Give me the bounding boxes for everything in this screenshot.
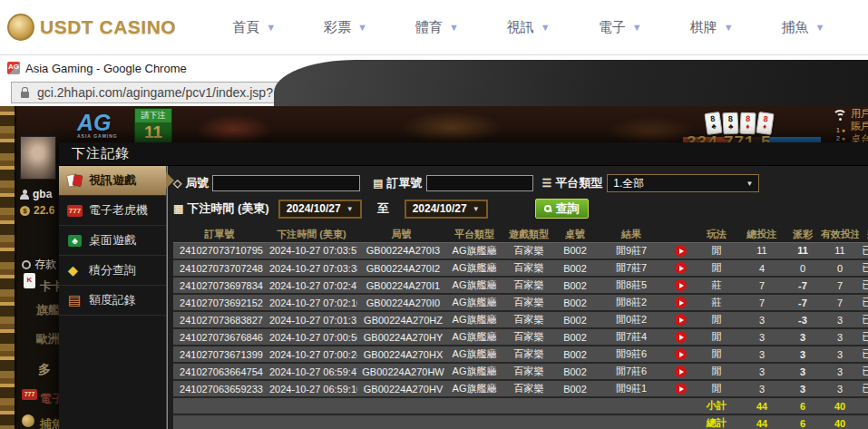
sidebar-item-table-games[interactable]: 桌面遊戲 [59, 226, 166, 256]
column-header: 遊戲類型 [503, 228, 554, 242]
caret-down-icon: ▼ [473, 205, 480, 213]
column-header: 結果 [596, 228, 667, 242]
site-nav-item[interactable]: 體育 ▼ [415, 19, 459, 36]
coin-logo-icon [7, 14, 34, 41]
replay-icon[interactable] [675, 348, 687, 360]
date-to-select[interactable]: 2024/10/27 ▼ [405, 200, 488, 219]
dealt-cards: 8♣ 8♣ 8♦ 8♦ [706, 112, 773, 134]
round-no-input[interactable] [212, 175, 360, 191]
site-logo[interactable]: USDT CASINO [7, 14, 176, 41]
column-header: 總投注 [739, 228, 785, 242]
table-row: 2410270636647542024-10-27 06:59:47GB0022… [173, 363, 868, 380]
column-header: 訂單號 [173, 228, 266, 242]
table-row: 2410270636592332024-10-27 06:59:16GB0022… [173, 380, 868, 397]
column-header: 有效投注額 [821, 228, 859, 242]
calendar-icon: ▦ [173, 202, 183, 215]
bet-records-modal: 下注記錄 視訊遊戲 電子老虎機 桌面遊戲 積分查詢 額度記錄 ◇ 局號 [59, 142, 868, 429]
site-nav-item[interactable]: 捕魚 ▼ [782, 19, 825, 36]
search-button[interactable]: 查詢 [535, 199, 589, 219]
user-balance-row: $ 22.6 [20, 204, 54, 217]
points-query-icon [67, 264, 83, 278]
platform-type-label: ☰ 平台類型 [542, 175, 603, 191]
countdown-value: 11 [135, 122, 171, 142]
user-avatar [20, 136, 56, 180]
bet-countdown: 請下注 11 [134, 108, 172, 144]
replay-icon[interactable] [675, 331, 687, 343]
user-name-row: gba [20, 188, 52, 200]
replay-icon[interactable] [675, 366, 687, 377]
lock-icon [21, 92, 29, 98]
table-games-icon [67, 234, 83, 248]
credit-record-icon [67, 294, 83, 307]
chevron-down-icon: ▼ [632, 22, 642, 33]
background-banner [274, 60, 868, 106]
clipboard-icon: ▤ [373, 177, 383, 190]
replay-icon[interactable] [675, 245, 687, 257]
replay-icon[interactable] [675, 314, 687, 326]
date-from-select[interactable]: 2024/10/27 ▼ [278, 200, 362, 219]
caret-down-icon: ▼ [746, 180, 753, 188]
sidebar-item-points-query[interactable]: 積分查詢 [59, 256, 166, 286]
round-no-label: ◇ 局號 [173, 175, 209, 191]
deposit-button[interactable]: 存款 [22, 257, 56, 272]
bet-table-body: 2410270737107952024-10-27 07:03:57GB0022… [173, 242, 868, 429]
site-nav-item[interactable]: 電子 ▼ [599, 19, 642, 36]
list-icon: ☰ [542, 177, 552, 190]
playing-card: 8♦ [739, 112, 756, 135]
column-header: 平台類型 [445, 228, 503, 242]
platform-type-select[interactable]: 1.全部 ▼ [607, 174, 759, 192]
site-nav-items: 首頁 ▼ 彩票 ▼ 體育 ▼ 視訊 ▼ 電子 ▼ 棋牌 ▼ 捕魚 ▼ [232, 19, 824, 36]
to-label: 至 [377, 200, 389, 217]
slot-machine-icon [67, 204, 83, 218]
sidebar-item-slot-machine[interactable]: 電子老虎機 [59, 196, 166, 226]
replay-icon[interactable] [675, 279, 687, 291]
site-top-nav: USDT CASINO 首頁 ▼ 彩票 ▼ 體育 ▼ 視訊 ▼ 電子 ▼ 棋牌 … [0, 0, 868, 55]
fishing-icon [22, 414, 34, 427]
replay-icon[interactable] [675, 262, 687, 274]
sidebar-item-video-games[interactable]: 視訊遊戲 [59, 166, 166, 196]
modal-sidebar: 視訊遊戲 電子老虎機 桌面遊戲 積分查詢 額度記錄 [59, 166, 167, 429]
order-no-input[interactable] [426, 175, 533, 191]
column-header [667, 228, 694, 242]
site-nav-item[interactable]: 視訊 ▼ [507, 19, 551, 36]
modal-header: 下注記錄 [59, 142, 868, 166]
table-row: 2410270736921522024-10-27 07:02:16GB0022… [173, 294, 868, 311]
replay-icon[interactable] [675, 297, 687, 308]
user-name: gba [33, 188, 52, 200]
tag-icon: ◇ [173, 177, 181, 190]
filter-row-ids: ◇ 局號 ▤ 訂單號 ☰ 平台類型 1.全部 ▼ [173, 172, 868, 194]
menu-multi[interactable]: 多 [38, 362, 51, 378]
lobby-status-labels: 用戶 賬戶 桌台 [851, 107, 868, 145]
column-header: 狀態 [859, 228, 868, 242]
caret-down-icon: ▼ [346, 205, 354, 213]
sidebar-item-credit-record[interactable]: 額度記錄 [59, 286, 166, 316]
replay-icon[interactable] [675, 383, 687, 395]
table-row: 2410270736713992024-10-27 07:00:24GB0022… [173, 346, 868, 363]
page-url: gci.2hhapi.com/agingame/pcv1/index.jsp? [37, 85, 273, 100]
grand-total-row: 總計44640 [173, 414, 868, 429]
order-no-label: ▤ 訂單號 [373, 175, 422, 191]
site-nav-item[interactable]: 彩票 ▼ [324, 19, 367, 36]
chevron-down-icon: ▼ [266, 22, 276, 33]
site-nav-item[interactable]: 首頁 ▼ [232, 19, 276, 36]
label-account: 賬戶 [851, 120, 868, 132]
modal-title: 下注記錄 [72, 145, 130, 162]
magnifier-icon [544, 205, 551, 212]
ag-logo: AG ASIA GAMING [77, 112, 118, 139]
bet-time-label: ▦ 下注時間 (美東) [173, 200, 269, 217]
wifi-icon [833, 110, 849, 123]
screen: USDT CASINO 首頁 ▼ 彩票 ▼ 體育 ▼ 視訊 ▼ 電子 ▼ 棋牌 … [0, 0, 868, 429]
bet-prompt: 請下注 [135, 109, 171, 122]
site-nav-item[interactable]: 棋牌 ▼ [690, 19, 734, 36]
coin-icon: $ [20, 206, 30, 216]
label-user: 用戶 [851, 107, 868, 120]
bet-table: 訂單號下注時間 (美東)局號平台類型遊戲類型桌號結果玩法總投注派彩有效投注額狀態… [173, 228, 868, 429]
seat-numbers: 1 ● 2 ● [836, 126, 845, 142]
chevron-down-icon: ▼ [357, 22, 367, 33]
video-games-icon [67, 174, 83, 188]
chevron-down-icon: ▼ [724, 22, 734, 33]
slots-777-icon: 777 [22, 389, 37, 400]
filter-row-time: ▦ 下注時間 (美東) 2024/10/27 ▼ 至 2024/10/27 ▼ [173, 198, 868, 219]
ag-favicon-icon: AG [7, 62, 20, 74]
table-header-row: 訂單號下注時間 (美東)局號平台類型遊戲類型桌號結果玩法總投注派彩有效投注額狀態 [173, 228, 868, 242]
